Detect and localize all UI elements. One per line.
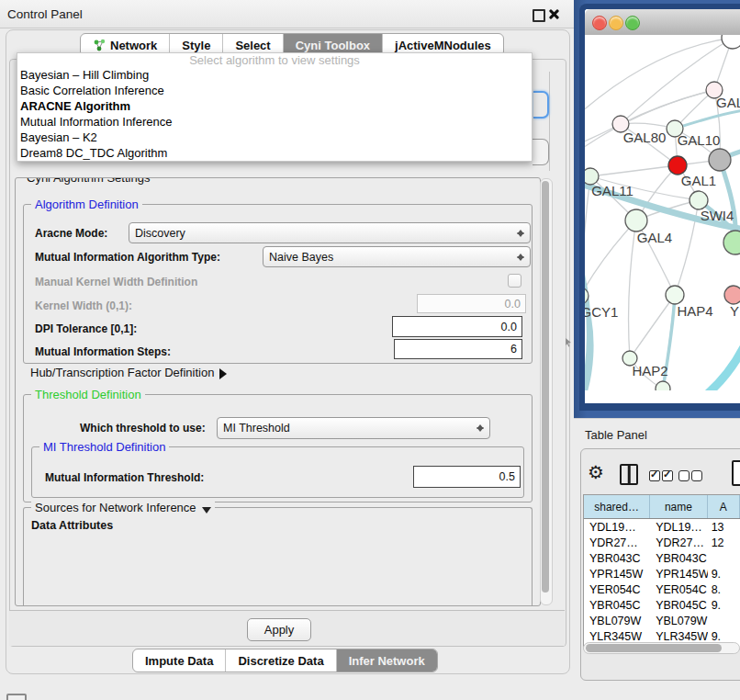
table-header: shared…nameA bbox=[584, 495, 740, 519]
checkbox-checked-icon[interactable] bbox=[649, 470, 660, 481]
network-canvas[interactable]: GALGAL80GAL10GAL1GAL11SWI4GAL4GCY1HAP4YH… bbox=[585, 35, 740, 390]
node-gcy1-label: GCY1 bbox=[585, 304, 618, 320]
kernel-width-field[interactable]: 0.0 bbox=[417, 294, 526, 313]
table-row[interactable]: YER054CYER054C8. bbox=[584, 581, 740, 597]
which-threshold-select[interactable]: MI Threshold bbox=[217, 417, 490, 439]
checkbox-unchecked-icon[interactable] bbox=[691, 470, 702, 481]
table-cell: YBR045C bbox=[650, 597, 708, 613]
table-row[interactable]: YBL079WYBL079W bbox=[584, 613, 740, 628]
table-cell bbox=[708, 550, 740, 566]
algorithm-item[interactable]: Dream8 DC_TDC Algorithm bbox=[17, 145, 532, 161]
node-hap4-label: HAP4 bbox=[677, 303, 712, 319]
which-threshold-value: MI Threshold bbox=[223, 422, 476, 435]
checkbox-unchecked-icon[interactable] bbox=[678, 470, 690, 481]
tab-impute-data[interactable]: Impute Data bbox=[133, 649, 226, 672]
close-traffic-light[interactable] bbox=[592, 16, 607, 30]
node-hap2-label: HAP2 bbox=[632, 363, 667, 378]
column-header[interactable]: shared… bbox=[584, 495, 650, 518]
table-cell: YDL19… bbox=[584, 519, 650, 535]
node-salmon[interactable] bbox=[724, 286, 740, 304]
sources-legend[interactable]: Sources for Network Inference bbox=[31, 501, 215, 518]
table-row[interactable]: YDR27…YDR27…12 bbox=[584, 535, 740, 550]
mi-type-label: Mutual Information Algorithm Type: bbox=[35, 251, 220, 264]
focused-combobox-fragment bbox=[533, 91, 549, 119]
kernel-width-label: Kernel Width (0,1): bbox=[35, 299, 132, 312]
algorithm-definition-legend: Algorithm Definition bbox=[31, 198, 142, 211]
minimize-traffic-light[interactable] bbox=[609, 16, 623, 30]
tab-label: Impute Data bbox=[145, 654, 213, 668]
tab-discretize-data[interactable]: Discretize Data bbox=[226, 649, 336, 672]
network-window-titlebar[interactable] bbox=[585, 9, 740, 36]
mi-threshold-group: MI Threshold Definition Mutual Informati… bbox=[31, 446, 524, 498]
aracne-mode-value: Discovery bbox=[135, 227, 516, 240]
table-row[interactable]: YPR145WYPR145W9. bbox=[584, 566, 740, 581]
node-gray[interactable] bbox=[709, 149, 731, 171]
node-table[interactable]: shared…nameA YDL19…YDL19…13YDR27…YDR27…1… bbox=[583, 494, 740, 649]
aracne-mode-select[interactable]: Discovery bbox=[129, 222, 531, 243]
checkbox-checked-icon[interactable] bbox=[662, 470, 673, 481]
table-cell bbox=[708, 613, 740, 628]
node-gal4[interactable] bbox=[625, 209, 647, 231]
stepper-icon bbox=[516, 226, 524, 241]
stepper-icon bbox=[516, 250, 524, 265]
control-panel-titlebar bbox=[0, 0, 574, 28]
control-panel-title: Control Panel bbox=[7, 7, 83, 21]
document-icon[interactable] bbox=[732, 460, 740, 486]
settings-scrollbar[interactable] bbox=[540, 178, 553, 605]
table-cell: 12 bbox=[708, 535, 740, 550]
threshold-definition-group: Threshold Definition Which threshold to … bbox=[23, 394, 533, 502]
node-gal1[interactable] bbox=[668, 156, 687, 175]
tab-label: Discretize Data bbox=[238, 654, 323, 668]
node-gal10-label: GAL10 bbox=[678, 132, 721, 148]
algorithm-item[interactable]: Bayesian – Hill Climbing bbox=[17, 67, 532, 83]
algorithm-item[interactable]: ARACNE Algorithm bbox=[17, 98, 532, 114]
float-window-icon[interactable] bbox=[533, 9, 545, 22]
table-row[interactable]: YDL19…YDL19…13 bbox=[584, 519, 740, 535]
tab-label: Select bbox=[235, 39, 270, 52]
algorithm-item[interactable]: Bayesian – K2 bbox=[17, 130, 532, 145]
data-attributes-label: Data Attributes bbox=[31, 519, 113, 532]
apply-button[interactable]: Apply bbox=[247, 618, 311, 641]
tab-infer-network[interactable]: Infer Network bbox=[337, 649, 437, 672]
node-hap4[interactable] bbox=[666, 286, 684, 304]
table-cell: YPR145W bbox=[584, 566, 650, 581]
node-salmon-label: Y bbox=[730, 303, 739, 319]
dpi-tolerance-label: DPI Tolerance [0,1]: bbox=[35, 322, 137, 335]
node-partial-top[interactable] bbox=[722, 35, 740, 49]
manual-kernel-checkbox[interactable] bbox=[508, 274, 521, 288]
manual-kernel-label: Manual Kernel Width Definition bbox=[35, 276, 197, 288]
mi-type-select[interactable]: Naive Bayes bbox=[263, 246, 531, 267]
node-gal80-label: GAL80 bbox=[623, 130, 667, 145]
collapse-down-icon bbox=[202, 507, 211, 518]
algorithm-item[interactable]: Basic Correlation Inference bbox=[17, 83, 532, 98]
table-cell: YER054C bbox=[584, 581, 650, 597]
tab-label: jActiveMNodules bbox=[395, 39, 491, 52]
column-header[interactable]: A bbox=[708, 495, 740, 518]
network-icon bbox=[93, 39, 106, 51]
table-cell: YER054C bbox=[650, 581, 708, 597]
gear-icon[interactable] bbox=[588, 461, 608, 483]
zoom-traffic-light[interactable] bbox=[625, 16, 640, 30]
columns-icon[interactable] bbox=[620, 464, 638, 485]
table-row[interactable]: YBR043CYBR043C bbox=[584, 550, 740, 566]
table-horizontal-scrollbar[interactable] bbox=[583, 642, 740, 654]
mi-threshold-field[interactable]: 0.5 bbox=[413, 466, 521, 488]
column-header[interactable]: name bbox=[650, 495, 708, 518]
node-partial-bottom[interactable] bbox=[656, 381, 670, 390]
mi-steps-field[interactable]: 6 bbox=[394, 339, 522, 359]
mi-threshold-label: Mutual Information Threshold: bbox=[45, 471, 204, 484]
close-icon[interactable] bbox=[548, 8, 559, 19]
node-swi4[interactable] bbox=[690, 191, 708, 209]
hidden-fieldset-edge bbox=[549, 72, 550, 171]
algorithm-item[interactable]: Mutual Information Inference bbox=[17, 114, 532, 130]
mi-threshold-legend: MI Threshold Definition bbox=[39, 440, 169, 454]
tab-label: Style bbox=[182, 39, 210, 52]
table-cell: YBL079W bbox=[584, 613, 650, 628]
table-cell: 9. bbox=[708, 566, 740, 581]
table-cell: YBR043C bbox=[584, 550, 650, 566]
table-row[interactable]: YBR045CYBR045C9. bbox=[584, 597, 740, 613]
hub-definition-expander[interactable]: Hub/Transcription Factor Definition bbox=[30, 366, 232, 379]
dpi-tolerance-field[interactable]: 0.0 bbox=[392, 316, 522, 337]
node-gal1-label: GAL1 bbox=[681, 173, 716, 188]
node-green-right[interactable] bbox=[723, 231, 740, 254]
